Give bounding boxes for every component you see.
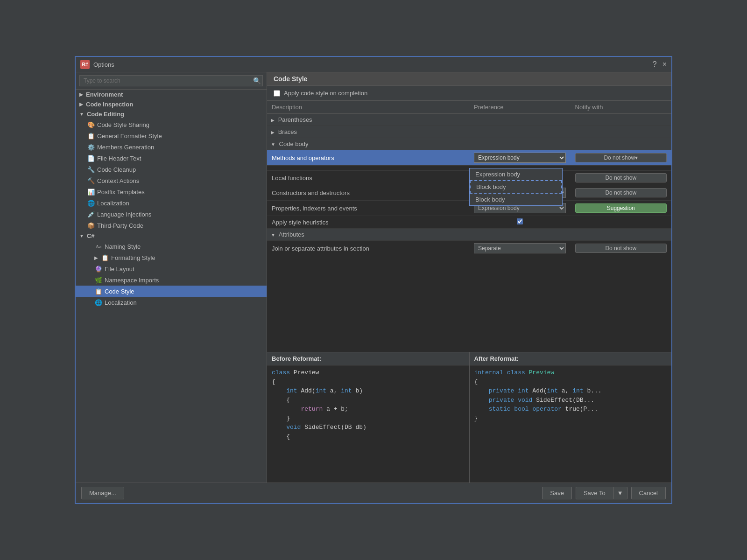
- sidebar-item-label: Code Style: [105, 288, 134, 295]
- sidebar-item-label: Localization: [105, 299, 137, 306]
- item-icon: 📋: [94, 287, 103, 295]
- section-braces[interactable]: ▶ Braces: [267, 126, 671, 138]
- code-line: static bool operator true(P...: [474, 405, 667, 414]
- sidebar-item-code-style-selected[interactable]: 📋 Code Style: [76, 286, 267, 297]
- preference-select-join[interactable]: Separate Join: [474, 243, 566, 253]
- row-label-local-functions: Local functions: [267, 171, 469, 185]
- cancel-button[interactable]: Cancel: [631, 487, 666, 499]
- section-arrow-parentheses: ▶: [271, 118, 275, 123]
- sidebar-item-localization[interactable]: 🌐 Localization: [76, 197, 267, 209]
- sidebar-item-context-actions[interactable]: 🔨 Context Actions: [76, 175, 267, 186]
- section-attributes[interactable]: ▼ Attributes: [267, 229, 671, 241]
- code-line: internal class Preview: [474, 368, 667, 378]
- sidebar-item-label: Code Inspection: [86, 101, 133, 108]
- table-header-row: Description Preference Notify with: [267, 101, 671, 114]
- sidebar-item-code-style-sharing[interactable]: 🎨 Code Style Sharing: [76, 119, 267, 130]
- apply-checkbox[interactable]: [274, 90, 280, 97]
- section-label-braces: Braces: [278, 128, 297, 135]
- sidebar-item-label: Localization: [97, 200, 129, 207]
- code-line: }: [474, 414, 667, 423]
- sidebar-item-members-generation[interactable]: ⚙️ Members Generation: [76, 141, 267, 153]
- code-line: {: [272, 378, 465, 387]
- content-panel: Code Style Apply code style on completio…: [267, 72, 671, 483]
- sidebar-item-language-injections[interactable]: 💉 Language Injections: [76, 209, 267, 220]
- table-row-methods-operators[interactable]: Methods and operators Expression body Bl…: [267, 150, 671, 166]
- table-row-join-separate[interactable]: Join or separate attributes in section S…: [267, 241, 671, 256]
- save-button[interactable]: Save: [542, 487, 572, 499]
- row-notify-properties: Suggestion: [571, 201, 672, 216]
- sidebar-item-file-header[interactable]: 📄 File Header Text: [76, 153, 267, 164]
- sidebar-item-label: File Header Text: [97, 155, 141, 162]
- title-bar-left: R# Options: [80, 60, 114, 69]
- section-parentheses[interactable]: ▶ Parentheses: [267, 114, 671, 126]
- row-notify-join: Do not show: [571, 241, 672, 256]
- row-notify-local: Do not show: [571, 171, 672, 185]
- item-icon: Aa: [94, 242, 103, 251]
- sidebar-item-general-formatter[interactable]: 📋 General Formatter Style: [76, 130, 267, 141]
- content-header: Code Style: [267, 72, 671, 86]
- sidebar-item-third-party[interactable]: 📦 Third-Party Code: [76, 220, 267, 231]
- section-label-attributes: Attributes: [279, 231, 304, 238]
- notify-badge-local[interactable]: Do not show: [575, 173, 667, 182]
- action-buttons: Save Save To ▼ Cancel: [542, 487, 666, 499]
- sidebar-item-label: Code Style Sharing: [97, 121, 149, 128]
- col-notify: Notify with: [571, 101, 672, 114]
- section-arrow-code-body: ▼: [271, 142, 275, 147]
- heuristics-checkbox[interactable]: [517, 218, 523, 224]
- sidebar-item-code-inspection[interactable]: ▶ Code Inspection: [76, 99, 267, 109]
- dropdown-item-block-body2[interactable]: Block body: [470, 194, 562, 205]
- settings-table-wrapper: Description Preference Notify with ▶ Par…: [267, 101, 671, 352]
- search-input[interactable]: [79, 75, 263, 86]
- sidebar-item-label: Postfix Templates: [97, 189, 145, 196]
- sidebar-item-label: Code Editing: [87, 111, 124, 118]
- sidebar-item-naming-style[interactable]: Aa Naming Style: [76, 241, 267, 252]
- sidebar-item-formatting-style[interactable]: ▶ 📋 Formatting Style: [76, 252, 267, 263]
- after-reformat-pane: After Reformat: internal class Preview {…: [470, 352, 672, 483]
- sidebar-item-postfix-templates[interactable]: 📊 Postfix Templates: [76, 186, 267, 197]
- close-button[interactable]: ×: [662, 60, 667, 69]
- dialog-title: Options: [93, 61, 114, 68]
- item-icon: 🌿: [94, 276, 103, 284]
- item-icon: ⚙️: [87, 143, 95, 151]
- notify-badge-methods[interactable]: Do not show▾: [575, 153, 667, 162]
- search-icon[interactable]: 🔍: [253, 77, 261, 84]
- code-line: private int Add(int a, int b...: [474, 386, 667, 396]
- code-line: {: [474, 378, 667, 387]
- sidebar-item-label: Formatting Style: [111, 254, 155, 261]
- sidebar-item-environment[interactable]: ▶ Environment: [76, 90, 267, 99]
- dropdown-row: Expression body Block body Block body: [267, 166, 671, 171]
- notify-badge-constructors[interactable]: Do not show: [575, 188, 667, 197]
- sidebar-item-code-editing[interactable]: ▼ Code Editing: [76, 109, 267, 119]
- manage-button[interactable]: Manage...: [81, 487, 124, 499]
- sidebar-item-csharp[interactable]: ▼ C#: [76, 231, 267, 241]
- apply-checkbox-label: Apply code style on completion: [284, 90, 367, 97]
- section-code-body[interactable]: ▼ Code body: [267, 138, 671, 150]
- item-icon: 📄: [87, 154, 95, 162]
- after-reformat-header: After Reformat:: [470, 352, 672, 365]
- apply-checkbox-row: Apply code style on completion: [267, 86, 671, 101]
- dialog-body: 🔍 ▶ Environment ▶ Code Inspection ▼ Code…: [76, 72, 671, 483]
- before-reformat-code: class Preview { int Add(int a, int b) { …: [267, 365, 469, 483]
- save-to-button[interactable]: Save To: [576, 487, 613, 499]
- item-icon: 📊: [87, 188, 95, 196]
- sidebar-tree: ▶ Environment ▶ Code Inspection ▼ Code E…: [76, 90, 267, 483]
- sidebar-item-code-cleanup[interactable]: 🔧 Code Cleanup: [76, 164, 267, 175]
- row-label-heuristics: Apply style heuristics: [267, 216, 469, 229]
- preference-select-methods[interactable]: Expression body Block body: [474, 153, 566, 163]
- dropdown-item-block-body[interactable]: Block body: [470, 180, 562, 194]
- notify-badge-join[interactable]: Do not show: [575, 244, 667, 253]
- save-to-arrow[interactable]: ▼: [613, 487, 627, 499]
- notify-badge-properties[interactable]: Suggestion: [575, 203, 667, 213]
- arrow-icon: ▼: [79, 112, 84, 117]
- sidebar-item-file-layout[interactable]: 🔮 File Layout: [76, 263, 267, 274]
- help-button[interactable]: ?: [653, 60, 657, 69]
- table-row-heuristics[interactable]: Apply style heuristics: [267, 216, 671, 229]
- arrow-icon: ▶: [79, 102, 83, 107]
- options-dialog: R# Options ? × 🔍 ▶ Environment: [75, 56, 672, 504]
- sidebar-item-localization2[interactable]: 🌐 Localization: [76, 297, 267, 308]
- row-label-properties: Properties, indexers and events: [267, 201, 469, 216]
- dropdown-item-expression-body[interactable]: Expression body: [470, 168, 562, 180]
- sidebar-item-namespace-imports[interactable]: 🌿 Namespace Imports: [76, 274, 267, 286]
- sidebar-item-label: Language Injections: [97, 211, 151, 218]
- sidebar-item-label: Third-Party Code: [97, 222, 143, 229]
